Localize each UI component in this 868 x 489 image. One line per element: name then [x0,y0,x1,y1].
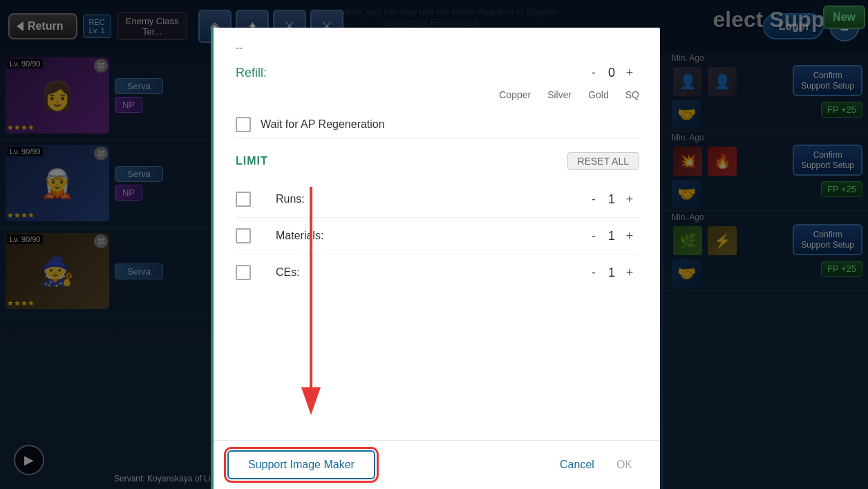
runs-value: 1 [603,192,620,207]
materials-plus-button[interactable]: + [620,226,639,246]
materials-minus-button[interactable]: - [584,226,603,246]
ces-plus-button[interactable]: + [620,263,639,282]
ces-minus-button[interactable]: - [584,263,603,282]
wait-ap-row: Wait for AP Regeneration [236,111,639,138]
refill-row: Refill: - 0 + [236,63,639,82]
runs-minus-button[interactable]: - [584,190,603,209]
refill-value: 0 [603,66,620,80]
ok-button[interactable]: OK [605,452,643,478]
ces-row: CEs: - 1 + [236,255,639,290]
materials-row: Materials: - 1 + [236,218,639,255]
wait-ap-label: Wait for AP Regeneration [261,118,385,131]
limit-label: LIMIT [236,155,268,167]
currency-sq: SQ [625,89,639,100]
support-image-maker-button[interactable]: Support Image Maker [227,450,375,479]
dialog-dash-label: -- [236,41,639,53]
wait-ap-checkbox[interactable] [236,117,251,132]
ces-checkbox[interactable] [236,265,251,280]
dialog-footer: Support Image Maker Cancel OK [211,440,660,489]
cancel-button[interactable]: Cancel [549,452,605,478]
currency-gold: Gold [588,89,609,100]
ces-label: CEs: [251,266,584,279]
reset-all-button[interactable]: RESET ALL [567,152,639,170]
dialog-body: -- Refill: - 0 + Copper Silver Gold SQ W… [211,28,660,440]
refill-minus-button[interactable]: - [584,63,603,82]
materials-value: 1 [603,229,620,243]
dialog-left-border [211,28,214,489]
currency-row: Copper Silver Gold SQ [236,89,639,100]
dialog: -- Refill: - 0 + Copper Silver Gold SQ W… [211,28,660,489]
runs-checkbox[interactable] [236,192,251,207]
runs-plus-button[interactable]: + [620,190,639,209]
refill-plus-button[interactable]: + [620,63,639,82]
materials-checkbox[interactable] [236,228,251,243]
refill-label: Refill: [236,66,281,80]
currency-silver: Silver [547,89,572,100]
ces-value: 1 [603,266,620,280]
limit-section-header: LIMIT RESET ALL [236,152,639,170]
materials-label: Materials: [251,230,584,242]
runs-label: Runs: [251,193,584,205]
currency-copper: Copper [499,89,531,100]
runs-row: Runs: - 1 + [236,181,639,218]
